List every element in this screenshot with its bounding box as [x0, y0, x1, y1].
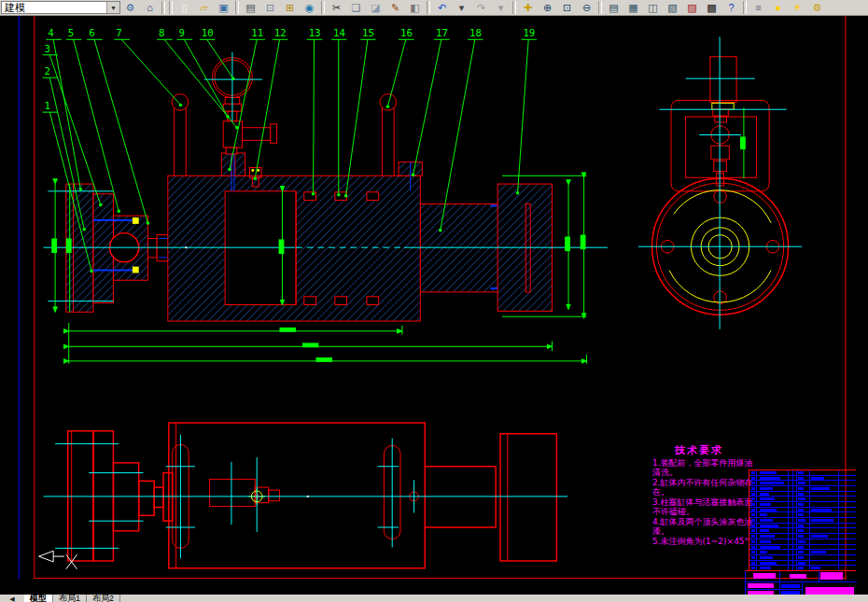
web-icon[interactable]: ◉ — [300, 0, 319, 16]
bom-cell-blob — [798, 493, 804, 496]
layer-lock-icon[interactable]: ⚙ — [807, 0, 827, 16]
callout-label-17: 17 — [436, 27, 448, 39]
toolbar-icons: ⚙⌂▯▱▣▤⊡⊞◉✂❑◪✎◧↶▾↷▾✚⊕⊡⊖▤▦◫▧▨▩?≡●☀⚙ — [120, 0, 827, 16]
tool-palettes-icon[interactable]: ◫ — [643, 0, 663, 16]
front-section-view — [66, 58, 553, 321]
cut-icon[interactable]: ✂ — [327, 0, 346, 16]
plot-icon[interactable]: ▤ — [241, 0, 260, 16]
callout-label-15: 15 — [362, 27, 374, 39]
layer-properties-icon[interactable]: ≡ — [749, 0, 768, 16]
callout-label-18: 18 — [469, 27, 482, 39]
bom-cell-blob — [798, 540, 805, 543]
publish-icon[interactable]: ⊞ — [280, 0, 300, 16]
bom-cell-blob — [751, 525, 755, 527]
bom-cell-blob — [798, 556, 804, 559]
bom-cell-blob — [760, 525, 778, 527]
pan-icon[interactable]: ✚ — [518, 0, 538, 16]
markup-icon[interactable]: ▨ — [682, 0, 702, 16]
callout-label-5: 5 — [68, 27, 74, 39]
bom-cell-blob — [798, 535, 804, 538]
callout-label-1: 1 — [44, 100, 49, 112]
tech-requirement-line: 2.缸体内不许有任何杂物存在。 — [652, 478, 758, 497]
zoom-realtime-icon[interactable]: ⊕ — [538, 0, 557, 16]
plan-view — [68, 423, 557, 568]
bom-cell-blob — [751, 493, 755, 496]
callout-label-6: 6 — [89, 27, 94, 39]
layout-tab-bar: ◀ 模型 布局1 布局2 — [0, 595, 868, 602]
bom-cell-blob — [798, 567, 804, 569]
bom-cell-blob — [760, 487, 773, 490]
bom-cell-blob — [760, 529, 769, 532]
redo-icon[interactable]: ↷ — [471, 0, 491, 16]
block-editor-icon[interactable]: ◧ — [405, 0, 425, 16]
bom-cell-blob — [798, 482, 805, 484]
callout-label-7: 7 — [116, 27, 121, 39]
bom-cell-blob — [811, 509, 832, 511]
bom-cell-blob — [811, 551, 826, 553]
bom-cell-blob — [751, 477, 755, 480]
title-block-text-blob — [753, 573, 776, 579]
match-properties-icon[interactable]: ✎ — [385, 0, 405, 16]
technical-requirements-title: 技术要求 — [675, 446, 758, 456]
callout-label-9: 9 — [178, 27, 184, 39]
toolbar-separator — [427, 1, 430, 14]
tab-model[interactable]: 模型 — [24, 595, 53, 602]
bom-cell-blob — [760, 567, 771, 569]
layer-freeze-icon[interactable]: ☀ — [788, 0, 807, 16]
tech-requirement-line: 1.装配前，全部零件用煤油清洗。 — [652, 458, 758, 478]
toolbar-separator — [169, 1, 173, 14]
bom-cell-blob — [751, 567, 755, 569]
bom-cell-blob — [798, 525, 804, 527]
title-block-text-blob — [781, 584, 800, 588]
zoom-previous-icon[interactable]: ⊖ — [577, 0, 596, 16]
redo-dropdown-icon[interactable]: ▾ — [491, 0, 511, 16]
bom-cell-blob — [760, 556, 773, 559]
bom-cell-blob — [798, 513, 804, 516]
workspace-settings-icon[interactable]: ⚙ — [120, 0, 140, 16]
title-block-text-blob — [820, 572, 843, 580]
paste-icon[interactable]: ◪ — [366, 0, 385, 16]
bom-cell-blob — [751, 513, 755, 516]
callout-label-2: 2 — [44, 65, 49, 77]
save-icon[interactable]: ▣ — [214, 0, 233, 16]
bom-cell-blob — [751, 551, 755, 553]
callout-label-11: 11 — [251, 27, 263, 39]
undo-dropdown-icon[interactable]: ▾ — [452, 0, 471, 16]
workspace-combo[interactable]: 建模 ▼ — [1, 1, 120, 14]
bom-cell-blob — [760, 482, 784, 484]
tech-requirement-line: 3.柱塞缸体与活塞接触表面不许磕碰。 — [652, 497, 758, 517]
title-block-text-blob — [790, 574, 806, 579]
bom-cell-blob — [751, 482, 755, 484]
sheet-set-manager-icon[interactable]: ▧ — [663, 0, 682, 16]
chevron-down-icon[interactable]: ▼ — [106, 2, 119, 13]
tab-layout1[interactable]: 布局1 — [53, 595, 87, 602]
bom-cell-blob — [798, 551, 804, 553]
bom-cell-blob — [798, 519, 805, 522]
tab-layout2[interactable]: 布局2 — [87, 595, 120, 602]
bom-cell-blob — [751, 535, 755, 538]
new-file-icon[interactable]: ▯ — [175, 0, 194, 16]
callout-label-16: 16 — [400, 27, 413, 39]
zoom-window-icon[interactable]: ⊡ — [557, 0, 577, 16]
bom-cell-blob — [751, 497, 755, 500]
bom-cell-blob — [798, 529, 804, 532]
properties-icon[interactable]: ▤ — [604, 0, 623, 16]
callout-label-8: 8 — [159, 27, 164, 39]
open-file-icon[interactable]: ▱ — [194, 0, 214, 16]
bom-cell-blob — [798, 509, 804, 511]
callout-label-4: 4 — [48, 27, 53, 39]
undo-icon[interactable]: ↶ — [432, 0, 452, 16]
toolbar-separator — [512, 1, 516, 14]
plot-preview-icon[interactable]: ⊡ — [260, 0, 280, 16]
quickcalc-icon[interactable]: ▩ — [702, 0, 721, 16]
designcenter-icon[interactable]: ▦ — [623, 0, 643, 16]
bom-cell-blob — [751, 519, 755, 522]
help-icon[interactable]: ? — [721, 0, 741, 16]
bom-cell-blob — [760, 535, 775, 538]
layer-on-icon[interactable]: ● — [768, 0, 788, 16]
tab-nav-icon[interactable]: ◀ — [0, 595, 24, 602]
copy-icon[interactable]: ❑ — [346, 0, 366, 16]
palette-icon[interactable]: ⌂ — [140, 0, 160, 16]
toolbar-separator — [161, 1, 165, 14]
bom-cell-blob — [798, 546, 804, 549]
